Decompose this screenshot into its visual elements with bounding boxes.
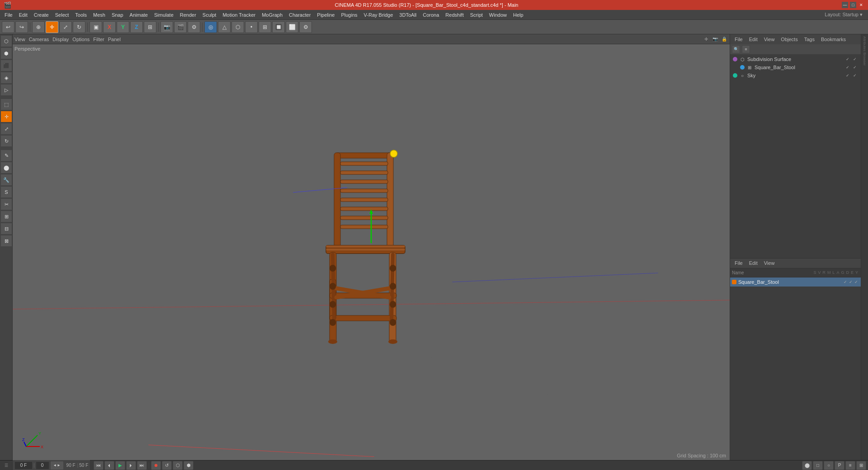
sidebar-move-btn[interactable]: ✛: [0, 111, 12, 122]
obj-bottom-render[interactable]: ✓: [849, 280, 853, 284]
sidebar-scale-btn[interactable]: ⤢: [0, 123, 12, 135]
obj-mode-button[interactable]: ◎: [204, 21, 217, 33]
timeline-mode-4[interactable]: P: [835, 461, 844, 470]
record-btn[interactable]: ⏺: [151, 461, 161, 470]
menu-window[interactable]: Window: [486, 11, 509, 19]
vp-tab-options[interactable]: Options: [72, 37, 90, 42]
redo-button[interactable]: ↪: [15, 21, 28, 33]
vp-lock-icon[interactable]: 🔒: [721, 36, 728, 43]
menu-corona[interactable]: Corona: [420, 11, 442, 19]
vp-tab-panel[interactable]: Panel: [108, 37, 121, 42]
timeline-mode-5[interactable]: ≡: [845, 461, 855, 470]
timeline-mode-3[interactable]: ○: [824, 461, 834, 470]
sidebar-select-btn[interactable]: ⬚: [0, 99, 12, 110]
menu-snap[interactable]: Snap: [109, 11, 126, 19]
obj-bottom-other1[interactable]: ✓: [854, 280, 858, 284]
menu-simulate[interactable]: Simulate: [151, 11, 176, 19]
sidebar-bridge-btn[interactable]: ⊟: [0, 223, 12, 235]
sidebar-texture-btn[interactable]: ⬢: [0, 47, 12, 59]
undo-button[interactable]: ↩: [2, 21, 14, 33]
menu-character[interactable]: Character: [286, 11, 313, 19]
menu-plugins[interactable]: Plugins: [338, 11, 360, 19]
obj-render-btn-sky[interactable]: ✓: [852, 72, 858, 79]
render-button[interactable]: 🎬: [174, 21, 187, 33]
prev-frame-btn[interactable]: ⏴: [104, 461, 114, 470]
close-button[interactable]: ✕: [858, 2, 864, 8]
obj-render-btn-subdiv[interactable]: ✓: [852, 56, 858, 62]
keyframe-btn[interactable]: ⬡: [173, 461, 183, 470]
obj-bottom-row-stool[interactable]: Square_Bar_Stool ✓ ✓ ✓: [730, 277, 861, 287]
prev-key-icon[interactable]: ◄: [53, 463, 57, 467]
obj-search-btn[interactable]: 🔍: [732, 45, 740, 53]
menu-tools[interactable]: Tools: [72, 11, 90, 19]
menu-pipeline[interactable]: Pipeline: [314, 11, 337, 19]
right-tab-edit[interactable]: Edit: [746, 36, 760, 43]
play-btn[interactable]: ▶: [115, 461, 125, 470]
menu-motion-tracker[interactable]: Motion Tracker: [220, 11, 258, 19]
sidebar-smooth-btn[interactable]: S: [0, 186, 12, 198]
sidebar-magnet-btn[interactable]: 🔧: [0, 174, 12, 186]
timeline-mode-2[interactable]: □: [813, 461, 823, 470]
obj-render-btn-stool[interactable]: ✓: [852, 64, 858, 70]
menu-3dtoall[interactable]: 3DToAll: [396, 11, 419, 19]
sidebar-pen-btn[interactable]: ✎: [0, 150, 12, 161]
obj-square-bar-stool[interactable]: ⊞ Square_Bar_Stool ✓ ✓: [731, 63, 860, 71]
sidebar-model-btn[interactable]: ⬡: [0, 35, 12, 47]
move-tool-button[interactable]: ✛: [46, 21, 58, 33]
menu-render[interactable]: Render: [177, 11, 199, 19]
obj-bottom-tab-file[interactable]: File: [732, 259, 745, 267]
poly-mode-button[interactable]: △: [218, 21, 231, 33]
menu-animate[interactable]: Animate: [127, 11, 151, 19]
obj-sky[interactable]: ○ Sky ✓ ✓: [731, 71, 860, 80]
sidebar-rotate-btn[interactable]: ↻: [0, 135, 12, 147]
sidebar-brush-btn[interactable]: ⬤: [0, 162, 12, 174]
menu-mesh[interactable]: Mesh: [90, 11, 108, 19]
timeline-expand[interactable]: ⊞: [856, 461, 866, 470]
timeline-left-btn[interactable]: ☰: [0, 461, 13, 470]
right-tab-bookmarks[interactable]: Bookmarks: [818, 36, 849, 43]
menu-create[interactable]: Create: [31, 11, 52, 19]
vp-move-icon[interactable]: ✛: [703, 36, 710, 43]
vp-tab-filter[interactable]: Filter: [93, 37, 104, 42]
obj-filter-btn[interactable]: ≡: [742, 45, 750, 53]
sidebar-sculpt-btn[interactable]: ◈: [0, 72, 12, 84]
obj-bottom-vis[interactable]: ✓: [844, 280, 847, 284]
render-view-button[interactable]: 📷: [160, 21, 173, 33]
geo-button[interactable]: ⚙: [299, 21, 312, 33]
next-key-icon[interactable]: ►: [57, 463, 61, 467]
select-all-button[interactable]: ▣: [90, 21, 102, 33]
sidebar-knife-btn[interactable]: ✂: [0, 198, 12, 210]
menu-vray-bridge[interactable]: V-Ray Bridge: [361, 11, 396, 19]
uv-mode-button[interactable]: ⊞: [259, 21, 271, 33]
menu-redshift[interactable]: Redshift: [443, 11, 466, 19]
maximize-button[interactable]: □: [850, 2, 856, 8]
right-tab-tags[interactable]: Tags: [802, 36, 817, 43]
sidebar-mirror-btn[interactable]: ⊠: [0, 235, 12, 247]
timeline-mode-1[interactable]: ⬤: [802, 461, 812, 470]
sidebar-loop-btn[interactable]: ⊞: [0, 211, 12, 222]
right-tab-view[interactable]: View: [761, 36, 778, 43]
vp-tab-view[interactable]: View: [14, 37, 25, 42]
obj-vis-btn-subdiv[interactable]: ✓: [844, 56, 851, 62]
obj-bottom-tab-edit[interactable]: Edit: [746, 259, 760, 267]
loop-btn[interactable]: ↺: [162, 461, 172, 470]
scale-tool-button[interactable]: ⤢: [59, 21, 72, 33]
menu-script[interactable]: Script: [467, 11, 486, 19]
display-mode-button[interactable]: 🔲: [272, 21, 285, 33]
all-axes-button[interactable]: ⊞: [144, 21, 156, 33]
frame-end-input[interactable]: [36, 461, 49, 470]
right-tab-objects[interactable]: Objects: [778, 36, 800, 43]
wire-mode-button[interactable]: ⬜: [286, 21, 298, 33]
vp-cam-icon[interactable]: 📷: [712, 36, 719, 43]
vp-tab-cameras[interactable]: Cameras: [29, 37, 49, 42]
next-frame-btn[interactable]: ⏵: [126, 461, 136, 470]
vp-tab-display[interactable]: Display: [52, 37, 69, 42]
right-tab-file[interactable]: File: [732, 36, 745, 43]
menu-edit[interactable]: Edit: [16, 11, 30, 19]
menu-sculpt[interactable]: Sculpt: [200, 11, 219, 19]
to-start-btn[interactable]: ⏮: [94, 461, 104, 470]
render-settings-button[interactable]: ⚙: [188, 21, 200, 33]
frame-input[interactable]: [14, 461, 33, 470]
sidebar-bp-btn[interactable]: ⬛: [0, 60, 12, 71]
minimize-button[interactable]: —: [842, 2, 848, 8]
